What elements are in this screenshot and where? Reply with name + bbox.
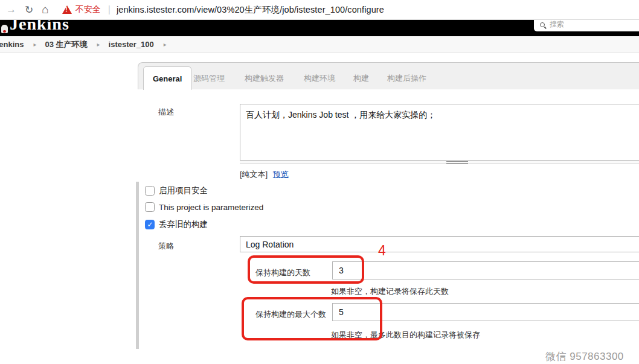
url-separator: | — [108, 4, 111, 15]
textarea-resize-handle[interactable] — [240, 161, 639, 164]
search-placeholder: 搜索 — [550, 20, 564, 30]
security-warning-label[interactable]: 不安全 — [75, 4, 101, 15]
max-builds-input[interactable] — [332, 303, 639, 321]
plaintext-mode-label: [纯文本] — [240, 170, 268, 179]
search-input[interactable]: 搜索 — [534, 20, 639, 31]
watermark-text: 微信 957863300 — [545, 350, 624, 363]
description-mode-line: [纯文本] 预览 — [240, 169, 289, 180]
checkbox-row-parameterized[interactable]: This project is parameterized — [145, 202, 263, 212]
tab-build-triggers[interactable]: 构建触发器 — [245, 73, 284, 84]
search-inner: 搜索 — [540, 20, 564, 30]
resize-grip-icon — [446, 161, 468, 164]
browser-toolbar: → ↻ ⌂ 不安全 | jenkins.istester.com/view/03… — [0, 0, 639, 20]
checkbox-label: 丢弃旧的构建 — [159, 219, 208, 230]
tab-post-build-actions[interactable]: 构建后操作 — [387, 73, 426, 84]
chevron-right-icon: ▸ — [97, 41, 100, 48]
tab-build[interactable]: 构建 — [353, 73, 369, 84]
tab-source-code-management[interactable]: 源码管理 — [193, 73, 225, 84]
search-icon — [540, 22, 545, 27]
jenkins-configure-page: → ↻ ⌂ 不安全 | jenkins.istester.com/view/03… — [0, 0, 639, 364]
breadcrumb: Jenkins ▸ 03 生产环境 ▸ istester_100 ▸ — [0, 36, 639, 53]
checkbox-unchecked-icon[interactable] — [145, 202, 155, 212]
description-label: 描述 — [158, 107, 174, 118]
days-to-keep-label: 保持构建的天数 — [255, 267, 310, 278]
chevron-right-icon: ▸ — [164, 41, 167, 48]
checkbox-row-enable-security[interactable]: 启用项目安全 — [145, 185, 208, 196]
preview-link[interactable]: 预览 — [273, 170, 289, 179]
checkbox-label: 启用项目安全 — [159, 185, 208, 196]
home-icon[interactable]: ⌂ — [42, 3, 48, 16]
days-to-keep-input[interactable] — [332, 261, 639, 279]
chevron-right-icon: ▸ — [33, 41, 36, 48]
description-textarea[interactable]: 百人计划，Jenkins Job test ，用来给大家实操的； — [240, 104, 639, 161]
max-builds-label: 保持构建的最大个数 — [255, 309, 326, 320]
jenkins-logo[interactable]: Jenkins — [10, 20, 69, 34]
breadcrumb-item-job[interactable]: istester_100 — [109, 40, 154, 49]
annotation-step-number: 4 — [378, 243, 386, 259]
tab-general[interactable]: General — [143, 66, 191, 90]
checkbox-label: This project is parameterized — [159, 203, 263, 212]
strategy-label: 策略 — [158, 241, 174, 252]
security-warning-icon[interactable] — [62, 5, 72, 14]
jenkins-masthead: Jenkins 搜索 — [0, 20, 639, 36]
section-side-bar — [136, 182, 139, 349]
breadcrumb-item-jenkins[interactable]: Jenkins — [0, 40, 24, 49]
tab-build-environment[interactable]: 构建环境 — [304, 73, 335, 84]
checkbox-unchecked-icon[interactable] — [145, 186, 155, 196]
jenkins-butler-icon — [1, 25, 8, 33]
breadcrumb-item-view[interactable]: 03 生产环境 — [45, 39, 87, 50]
strategy-select[interactable]: Log Rotation — [240, 236, 639, 252]
address-bar-url[interactable]: jenkins.istester.com/view/03%20生产环境/job/… — [117, 4, 384, 16]
checkbox-checked-icon[interactable] — [145, 220, 155, 229]
max-builds-help: 如果非空，最多此数目的构建记录将被保存 — [331, 330, 480, 340]
checkbox-row-discard-old-builds[interactable]: 丢弃旧的构建 — [145, 219, 208, 230]
reload-icon[interactable]: ↻ — [25, 4, 33, 16]
days-to-keep-help: 如果非空，构建记录将保存此天数 — [331, 286, 449, 297]
forward-icon[interactable]: → — [6, 4, 16, 16]
